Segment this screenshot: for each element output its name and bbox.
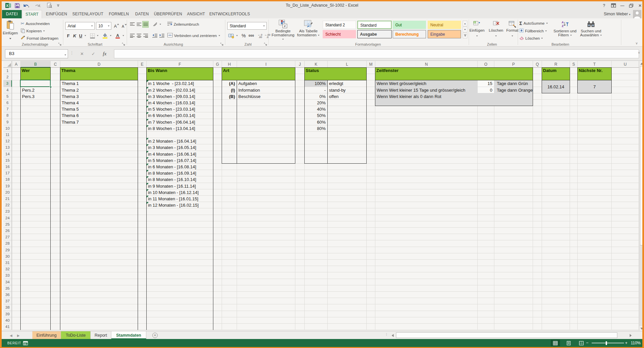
- cell-F7[interactable]: in 5 Wochen - [23.03.14]: [147, 106, 213, 112]
- style-gallery-item[interactable]: Schlecht: [323, 30, 356, 38]
- row-header-16[interactable]: 16: [3, 164, 12, 170]
- cell-I5[interactable]: Beschlüsse: [237, 93, 295, 99]
- row-header-18[interactable]: 18: [3, 176, 12, 183]
- tab-ueberpruefen[interactable]: ÜBERPRÜFEN: [152, 10, 184, 18]
- decrease-decimal-button[interactable]: →.00.0: [264, 32, 271, 39]
- cell-F8[interactable]: in 6 Wochen - [30.03.14]: [147, 112, 213, 118]
- borders-button[interactable]: [89, 32, 96, 39]
- row-header-20[interactable]: 20: [3, 189, 12, 196]
- row-header-10[interactable]: 10: [3, 125, 12, 132]
- cell-K9[interactable]: 60%: [305, 119, 327, 125]
- sheet-tab-todo-liste[interactable]: ToDo-Liste: [61, 331, 91, 339]
- sheet-header-datum[interactable]: Datum: [542, 67, 570, 80]
- comma-style-button[interactable]: 000: [247, 32, 255, 39]
- print-preview-button[interactable]: [45, 2, 53, 9]
- increase-decimal-button[interactable]: ←.0.00: [256, 32, 264, 39]
- column-header-G[interactable]: G: [213, 61, 222, 68]
- row-header-29[interactable]: 29: [3, 247, 12, 253]
- cell-F17[interactable]: in 8 Monaten - [16.09.14]: [147, 170, 213, 176]
- tab-einfuegen[interactable]: EINFÜGEN: [43, 10, 70, 18]
- formula-input[interactable]: [114, 49, 639, 58]
- sheet-header-wer[interactable]: Wer: [20, 67, 51, 80]
- style-gallery-item[interactable]: Standard 2: [323, 21, 356, 29]
- avatar[interactable]: [633, 10, 641, 18]
- number-dialog-launcher[interactable]: [264, 43, 267, 46]
- vertical-scrollbar[interactable]: [639, 61, 642, 331]
- zoom-slider-track[interactable]: [592, 343, 624, 343]
- percent-style-button[interactable]: %: [240, 32, 247, 39]
- column-header-J[interactable]: J: [295, 61, 305, 68]
- row-header-36[interactable]: 36: [3, 292, 12, 298]
- cell-K10[interactable]: 80%: [305, 125, 327, 131]
- row-header-12[interactable]: 12: [3, 138, 12, 144]
- row-header-38[interactable]: 38: [3, 304, 12, 311]
- zoom-slider-thumb[interactable]: [606, 341, 607, 345]
- row-header-5[interactable]: 5: [3, 93, 12, 100]
- column-header-A[interactable]: A: [12, 61, 21, 68]
- row-header-15[interactable]: 15: [3, 157, 12, 164]
- cell-F5[interactable]: in 3 Wochen - [09.03.14]: [147, 93, 213, 99]
- row-header-35[interactable]: 35: [3, 285, 12, 292]
- row-header-17[interactable]: 17: [3, 170, 12, 176]
- row-header-22[interactable]: 22: [3, 202, 12, 208]
- cell-D3[interactable]: Thema 1: [60, 80, 138, 86]
- column-header-I[interactable]: I: [237, 61, 295, 68]
- row-header-21[interactable]: 21: [3, 196, 12, 202]
- align-left-button[interactable]: [129, 32, 135, 39]
- underline-dropdown[interactable]: [83, 32, 87, 39]
- row-header-41[interactable]: 41: [3, 324, 12, 330]
- find-select-button[interactable]: Suchen und Auswählen: [578, 20, 604, 37]
- row-header-25[interactable]: 25: [3, 221, 12, 228]
- namebox-splitter[interactable]: ⋮: [70, 50, 74, 55]
- accounting-dropdown[interactable]: [235, 32, 239, 39]
- font-size-combo[interactable]: 10: [96, 22, 111, 30]
- cell-K4[interactable]: -: [305, 87, 327, 93]
- align-middle-button[interactable]: [136, 21, 142, 28]
- row-header-6[interactable]: 6: [3, 100, 12, 106]
- undo-button[interactable]: [22, 2, 31, 9]
- hscroll-right-arrow[interactable]: [628, 331, 634, 339]
- insert-function-button[interactable]: fx: [100, 49, 109, 58]
- row-header-8[interactable]: 8: [3, 112, 12, 119]
- row-header-39[interactable]: 39: [3, 311, 12, 317]
- row-header-3[interactable]: 3: [3, 80, 12, 87]
- row-header-30[interactable]: 30: [3, 253, 12, 260]
- column-header-N[interactable]: N: [375, 61, 478, 68]
- redo-button[interactable]: [34, 2, 42, 9]
- cell-D6[interactable]: Thema 4: [60, 100, 138, 106]
- cell-L4[interactable]: stand-by: [328, 87, 366, 93]
- name-box[interactable]: B3: [5, 49, 68, 58]
- tab-formeln[interactable]: FORMELN: [106, 10, 132, 18]
- row-header-11[interactable]: 11: [3, 132, 12, 138]
- cell-K8[interactable]: 50%: [305, 112, 327, 118]
- row-header-19[interactable]: 19: [3, 183, 12, 189]
- align-top-button[interactable]: [129, 21, 135, 28]
- view-normal-button[interactable]: [551, 340, 560, 346]
- sheet-nav-left[interactable]: ◀: [8, 331, 14, 339]
- format-painter-button[interactable]: Format übertragen: [21, 36, 58, 41]
- borders-dropdown[interactable]: [96, 32, 100, 39]
- column-header-U[interactable]: U: [612, 61, 639, 68]
- cell-P3[interactable]: Tage dann Grün: [494, 80, 533, 86]
- style-gallery-item[interactable]: Neutral: [428, 21, 461, 29]
- view-page-break-button[interactable]: [577, 340, 586, 346]
- column-header-R[interactable]: R: [542, 61, 570, 68]
- font-family-combo[interactable]: Arial: [65, 22, 95, 30]
- cell-F15[interactable]: in 5 Monaten - [16.07.14]: [147, 157, 213, 163]
- row-header-40[interactable]: 40: [3, 317, 12, 324]
- bold-button[interactable]: F: [65, 32, 71, 39]
- select-all-corner[interactable]: [3, 61, 12, 68]
- column-header-K[interactable]: K: [305, 61, 328, 68]
- row-header-9[interactable]: 9: [3, 119, 12, 125]
- row-header-31[interactable]: 31: [3, 260, 12, 266]
- column-header-O[interactable]: O: [478, 61, 494, 68]
- copy-button[interactable]: Kopieren: [21, 28, 45, 34]
- ribbon-display-options-button[interactable]: [610, 1, 617, 10]
- row-header-14[interactable]: 14: [3, 151, 12, 157]
- sheet-header-status[interactable]: Status: [304, 67, 367, 80]
- column-header-T[interactable]: T: [578, 61, 612, 68]
- row-header-4[interactable]: 4: [3, 87, 12, 93]
- increase-indent-button[interactable]: [158, 32, 165, 39]
- font-color-dropdown[interactable]: [121, 32, 125, 39]
- sort-filter-button[interactable]: A Z Sortieren und Filtern: [553, 20, 577, 37]
